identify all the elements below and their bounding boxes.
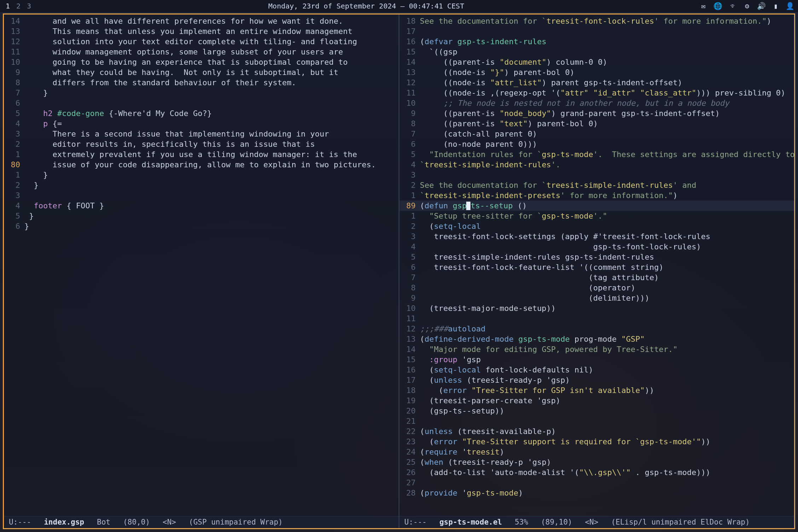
code-line[interactable]: 1`treesit-simple-indent-presets' for mor… xyxy=(399,190,794,201)
code-content[interactable]: (setq-local font-lock-defaults nil) xyxy=(420,365,794,375)
code-content[interactable]: treesit-simple-indent-rules gsp-ts-inden… xyxy=(420,252,794,262)
code-line[interactable]: 2 editor results in, specifically this i… xyxy=(4,139,399,149)
code-line[interactable]: 7 (catch-all parent 0) xyxy=(399,129,794,139)
code-content[interactable]: (catch-all parent 0) xyxy=(420,129,794,139)
code-content[interactable]: what they could be having. Not only is i… xyxy=(24,67,399,77)
code-line[interactable]: 19 (treesit-parser-create 'gsp) xyxy=(399,395,794,406)
code-content[interactable]: `treesit-simple-indent-rules'. xyxy=(420,160,794,170)
code-content[interactable]: "Indentation rules for `gsp-ts-mode'. Th… xyxy=(420,149,794,160)
code-content[interactable]: extremely prevalent if you use a tiling … xyxy=(24,149,399,160)
user-icon[interactable]: 👤 xyxy=(786,1,794,11)
code-line[interactable]: 6 (no-node parent 0))) xyxy=(399,139,794,149)
code-line[interactable]: 27 xyxy=(399,478,794,488)
code-content[interactable]: } xyxy=(24,88,399,98)
code-content[interactable]: ((node-is ,(regexp-opt '("attr" "id_attr… xyxy=(420,88,794,98)
code-content[interactable]: (unless (treesit-ready-p 'gsp) xyxy=(420,375,794,385)
workspace-3[interactable]: 3 xyxy=(27,1,31,11)
code-line[interactable]: 18See the documentation for `treesit-fon… xyxy=(399,16,794,26)
code-line[interactable]: 4 footer { FOOT } xyxy=(4,201,399,211)
code-line[interactable]: 16(defvar gsp-ts-indent-rules xyxy=(399,36,794,47)
code-content[interactable]: (provide 'gsp-ts-mode) xyxy=(420,488,794,498)
code-content[interactable]: (treesit-parser-create 'gsp) xyxy=(420,395,794,406)
code-line[interactable]: 6 xyxy=(4,98,399,108)
code-line[interactable]: 15 `((gsp xyxy=(399,47,794,57)
code-content[interactable]: ;;;###autoload xyxy=(420,324,794,334)
code-content[interactable]: (define-derived-mode gsp-ts-mode prog-mo… xyxy=(420,334,794,344)
code-line[interactable]: 5 } xyxy=(4,211,399,221)
code-line[interactable]: 3 xyxy=(399,170,794,180)
code-line[interactable]: 89(defun gspts--setup () xyxy=(399,201,794,211)
battery-icon[interactable]: ▮ xyxy=(774,1,778,11)
code-line[interactable]: 22(unless (treesit-available-p) xyxy=(399,426,794,436)
code-content[interactable]: (error "Tree-Sitter support is required … xyxy=(420,436,794,447)
code-content[interactable]: (delimiter))) xyxy=(420,293,794,303)
code-line[interactable]: 8 differs from the standard behaviour of… xyxy=(4,77,399,88)
code-line[interactable]: 5 treesit-simple-indent-rules gsp-ts-ind… xyxy=(399,252,794,262)
code-line[interactable]: 17 xyxy=(399,26,794,36)
code-line[interactable]: 13 This means that unless you implement … xyxy=(4,26,399,36)
code-content[interactable]: "Major mode for editing GSP, powered by … xyxy=(420,344,794,354)
code-line[interactable]: 23 (error "Tree-Sitter support is requir… xyxy=(399,436,794,447)
code-line[interactable]: 10 going to be having an experience that… xyxy=(4,57,399,67)
code-line[interactable]: 20 (gsp-ts--setup)) xyxy=(399,406,794,416)
code-content[interactable]: issue of your code disappearing, allow m… xyxy=(24,160,399,170)
code-content[interactable]: ((node-is "}") parent-bol 0) xyxy=(420,67,794,77)
code-content[interactable]: treesit-font-lock-settings (apply #'tree… xyxy=(420,231,794,242)
code-line[interactable]: 14 "Major mode for editing GSP, powered … xyxy=(399,344,794,354)
code-line[interactable]: 14 and we all have different preferences… xyxy=(4,16,399,26)
code-content[interactable]: editor results in, specifically this is … xyxy=(24,139,399,149)
code-line[interactable]: 6 treesit-font-lock-feature-list '((comm… xyxy=(399,262,794,272)
code-content[interactable]: footer { FOOT } xyxy=(24,201,399,211)
code-content[interactable] xyxy=(24,190,399,201)
code-line[interactable]: 26 (add-to-list 'auto-mode-alist '("\\.g… xyxy=(399,467,794,478)
code-content[interactable]: } xyxy=(24,221,399,231)
code-line[interactable]: 28(provide 'gsp-ts-mode) xyxy=(399,488,794,498)
code-line[interactable]: 12;;;###autoload xyxy=(399,324,794,334)
code-content[interactable]: ((parent-is "document") column-0 0) xyxy=(420,57,794,67)
code-content[interactable]: ((node-is "attr_list") parent gsp-ts-ind… xyxy=(420,77,794,88)
code-line[interactable]: 15 :group 'gsp xyxy=(399,354,794,365)
code-content[interactable]: (tag attribute) xyxy=(420,272,794,283)
code-line[interactable]: 2 (setq-local xyxy=(399,221,794,231)
code-content[interactable]: } xyxy=(24,170,399,180)
code-line[interactable]: 10 (treesit-major-mode-setup)) xyxy=(399,303,794,313)
code-line[interactable]: 16 (setq-local font-lock-defaults nil) xyxy=(399,365,794,375)
code-content[interactable]: } xyxy=(24,211,399,221)
code-line[interactable]: 5 h2 #code-gone {-Where'd My Code Go?} xyxy=(4,108,399,118)
code-content[interactable]: treesit-font-lock-feature-list '((commen… xyxy=(420,262,794,272)
code-content[interactable]: (gsp-ts--setup)) xyxy=(420,406,794,416)
code-content[interactable]: gsp-ts-font-lock-rules) xyxy=(420,242,794,252)
code-line[interactable]: 12 solution into your text editor comple… xyxy=(4,36,399,47)
code-content[interactable]: differs from the standard behaviour of t… xyxy=(24,77,399,88)
mail-icon[interactable]: ✉ xyxy=(701,1,706,11)
code-line[interactable]: 10 ;; The node is nested not in another … xyxy=(399,98,794,108)
code-line[interactable]: 21 xyxy=(399,416,794,426)
code-line[interactable]: 11 xyxy=(399,313,794,324)
code-content[interactable]: (defvar gsp-ts-indent-rules xyxy=(420,36,794,47)
code-content[interactable]: going to be having an experience that is… xyxy=(24,57,399,67)
code-line[interactable]: 25(when (treesit-ready-p 'gsp) xyxy=(399,457,794,467)
code-content[interactable]: (setq-local xyxy=(420,221,794,231)
code-content[interactable]: (error "Tree-Sitter for GSP isn't availa… xyxy=(420,385,794,395)
code-line[interactable]: 2 } xyxy=(4,180,399,190)
code-content[interactable]: See the documentation for `treesit-simpl… xyxy=(420,180,794,190)
code-line[interactable]: 8 (operator) xyxy=(399,283,794,293)
code-line[interactable]: 12 ((node-is "attr_list") parent gsp-ts-… xyxy=(399,77,794,88)
code-content[interactable]: "Setup tree-sitter for `gsp-ts-mode'." xyxy=(420,211,794,221)
code-line[interactable]: 13(define-derived-mode gsp-ts-mode prog-… xyxy=(399,334,794,344)
gear-icon[interactable]: ⚙ xyxy=(745,1,749,11)
code-line[interactable]: 9 ((parent-is "node_body") grand-parent … xyxy=(399,108,794,118)
code-content[interactable] xyxy=(420,416,794,426)
code-line[interactable]: 2See the documentation for `treesit-simp… xyxy=(399,180,794,190)
code-content[interactable]: and we all have different preferences fo… xyxy=(24,16,399,26)
code-line[interactable]: 1 "Setup tree-sitter for `gsp-ts-mode'." xyxy=(399,211,794,221)
code-line[interactable]: 1 } xyxy=(4,170,399,180)
code-content[interactable]: `((gsp xyxy=(420,47,794,57)
code-content[interactable]: window management options, some large su… xyxy=(24,47,399,57)
code-line[interactable]: 11 ((node-is ,(regexp-opt '("attr" "id_a… xyxy=(399,88,794,98)
code-content[interactable]: (when (treesit-ready-p 'gsp) xyxy=(420,457,794,467)
code-line[interactable]: 11 window management options, some large… xyxy=(4,47,399,57)
code-content[interactable]: ((parent-is "text") parent-bol 0) xyxy=(420,118,794,129)
code-content[interactable]: `treesit-simple-indent-presets' for more… xyxy=(420,190,794,201)
code-content[interactable]: h2 #code-gone {-Where'd My Code Go?} xyxy=(24,108,399,118)
